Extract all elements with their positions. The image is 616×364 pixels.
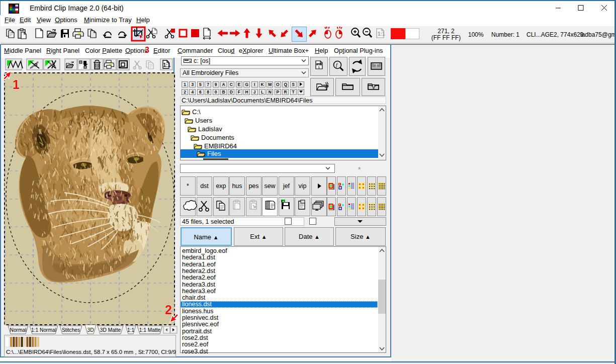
svg-text:f: f xyxy=(336,62,338,68)
svg-text:1:1 Normal: 1:1 Normal xyxy=(31,327,56,333)
svg-text:1:1 Matte: 1:1 Matte xyxy=(139,327,161,333)
svg-text:3D: 3D xyxy=(87,327,94,333)
svg-text:3D Matte: 3D Matte xyxy=(100,327,121,333)
svg-text:2: 2 xyxy=(165,303,172,317)
svg-text:1:1: 1:1 xyxy=(127,327,134,333)
svg-text:Stitches: Stitches xyxy=(62,327,80,333)
svg-text:1:1: 1:1 xyxy=(163,62,171,68)
svg-text:1: 1 xyxy=(13,77,20,92)
svg-text:1:1: 1:1 xyxy=(378,31,385,37)
svg-text:Normal: Normal xyxy=(10,327,27,333)
